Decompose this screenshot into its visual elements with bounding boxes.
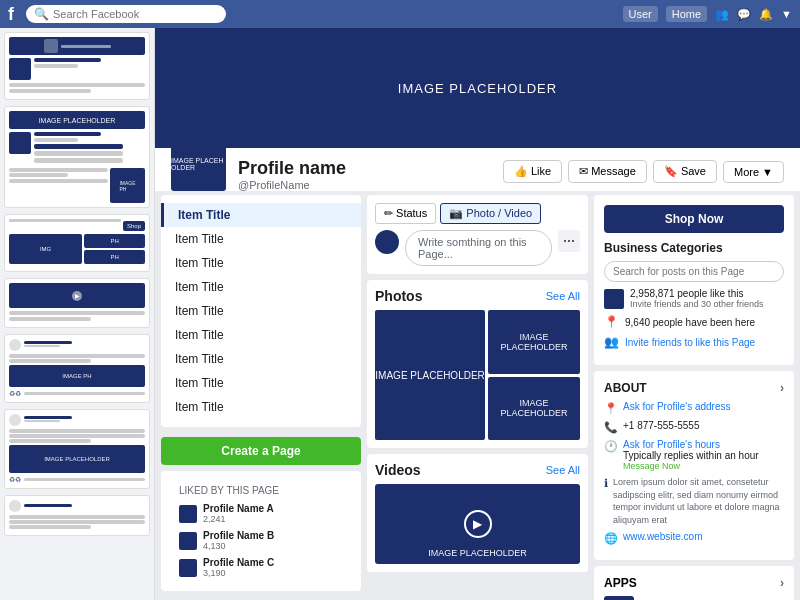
page-sidebar: Item Title Item Title Item Title Item Ti… [161, 195, 361, 600]
apps-card: APPS › IMAGE PLACEHOLDER Join our email … [594, 566, 794, 600]
about-url-row: 🌐 www.website.com [604, 531, 784, 545]
manage-page-info-1: Profile Name B 4,130 [203, 530, 343, 551]
manage-page-2[interactable]: Profile Name C 3,190 [171, 554, 351, 581]
main-content: IMAGE PLACEHOLDER IMAGE PLACEH OLDER Pro… [155, 28, 800, 600]
video-play-button[interactable]: ▶ [464, 510, 492, 538]
feed-area: ✏ Status 📷 Photo / Video Write somthing … [367, 195, 588, 600]
about-hours-info: Ask for Profile's hours Typically replie… [623, 439, 759, 471]
preview-card-5[interactable]: IMAGE PH ♻♻ [4, 334, 150, 403]
sidebar-item-2[interactable]: Item Title [161, 251, 361, 275]
stat-row-checkins: 📍 9,640 people have been here [604, 315, 784, 329]
stat-row-likes: 2,958,871 people like this Invite friend… [604, 288, 784, 309]
photo-tab[interactable]: 📷 Photo / Video [440, 203, 541, 224]
about-title: ABOUT › [604, 381, 784, 395]
about-description-row: ℹ Lorem ipsum dolor sit amet, consetetur… [604, 476, 784, 526]
apps-chevron-icon[interactable]: › [780, 576, 784, 590]
photos-see-all[interactable]: See All [546, 290, 580, 302]
nav-home-button[interactable]: Home [666, 6, 707, 22]
photo-left[interactable]: IMAGE PLACEHOLDER [375, 310, 485, 440]
app-row-0[interactable]: IMAGE PLACEHOLDER Join our email list [604, 596, 784, 600]
preview-card-6[interactable]: IMAGE PLACEHOLDER ♻♻ [4, 409, 150, 489]
save-button[interactable]: 🔖 Save [653, 160, 717, 183]
status-tab[interactable]: ✏ Status [375, 203, 436, 224]
nav-dropdown-icon[interactable]: ▼ [781, 8, 792, 20]
sidebar-item-1[interactable]: Item Title [161, 227, 361, 251]
manage-page-1[interactable]: Profile Name B 4,130 [171, 527, 351, 554]
like-button[interactable]: 👍 Like [503, 160, 562, 183]
photos-grid: IMAGE PLACEHOLDER IMAGE PLACEHOLDER IMAG… [375, 310, 580, 440]
videos-header: Videos See All [375, 462, 580, 478]
search-input[interactable] [53, 8, 213, 20]
post-box: ✏ Status 📷 Photo / Video Write somthing … [367, 195, 588, 274]
about-url-link[interactable]: www.website.com [623, 531, 702, 542]
prev1-profile [9, 58, 145, 80]
search-icon: 🔍 [34, 7, 49, 21]
about-hours-row: 🕐 Ask for Profile's hours Typically repl… [604, 439, 784, 471]
preview-card-1[interactable] [4, 32, 150, 100]
biz-search-input[interactable] [604, 261, 784, 282]
stat-likes-count: 2,958,871 people like this [630, 288, 764, 299]
sidebar-item-5[interactable]: Item Title [161, 323, 361, 347]
pages-you-manage: LIKED BY THIS PAGE Profile Name A 2,241 … [161, 471, 361, 591]
sidebar-item-0[interactable]: Item Title [161, 203, 361, 227]
preview-card-2[interactable]: IMAGE PLACEHOLDER IMAGEPH [4, 106, 150, 208]
sidebar-nav: Item Title Item Title Item Title Item Ti… [161, 195, 361, 427]
right-sidebar: Shop Now Business Categories 2,958,871 p… [594, 195, 794, 600]
nav-friends-icon[interactable]: 👥 [715, 8, 729, 21]
videos-section: Videos See All ▶ IMAGE PLACEHOLDER [367, 454, 588, 572]
more-button[interactable]: More ▼ [723, 161, 784, 183]
about-card: ABOUT › 📍 Ask for Profile's address 📞 +1… [594, 371, 794, 560]
profile-avatar: IMAGE PLACEH OLDER [171, 136, 226, 191]
checkin-icon: 📍 [604, 315, 619, 329]
biz-categories-title: Business Categories [604, 241, 784, 255]
stat-row-invite: 👥 Invite friends to like this Page [604, 335, 784, 349]
stat-invite-label[interactable]: Invite friends to like this Page [625, 337, 755, 348]
about-message-now-link[interactable]: Message Now [623, 461, 759, 471]
info-icon: ℹ [604, 477, 608, 490]
preview-card-4[interactable]: ▶ [4, 278, 150, 328]
sidebar-item-8[interactable]: Item Title [161, 395, 361, 419]
search-bar[interactable]: 🔍 [26, 5, 226, 23]
message-button[interactable]: ✉ Message [568, 160, 647, 183]
photo-right-bottom[interactable]: IMAGE PLACEHOLDER [488, 377, 580, 441]
photo-right: IMAGE PLACEHOLDER IMAGE PLACEHOLDER [488, 310, 580, 440]
nav-chat-icon[interactable]: 💬 [737, 8, 751, 21]
nav-user-button[interactable]: User [623, 6, 658, 22]
about-hours-link[interactable]: Ask for Profile's hours [623, 439, 759, 450]
sidebar-item-7[interactable]: Item Title [161, 371, 361, 395]
sidebar-item-6[interactable]: Item Title [161, 347, 361, 371]
facebook-logo: f [8, 4, 14, 25]
about-address-link[interactable]: Ask for Profile's address [623, 401, 731, 412]
profile-name: Profile name [238, 158, 491, 179]
sidebar-item-3[interactable]: Item Title [161, 275, 361, 299]
app-icon-0: IMAGE PLACEHOLDER [604, 596, 634, 600]
video-thumbnail[interactable]: ▶ IMAGE PLACEHOLDER [375, 484, 580, 564]
photo-right-top[interactable]: IMAGE PLACEHOLDER [488, 310, 580, 374]
preview-card-7[interactable] [4, 495, 150, 536]
profile-actions: 👍 Like ✉ Message 🔖 Save More ▼ [503, 160, 784, 191]
pages-label: LIKED BY THIS PAGE [171, 481, 351, 500]
post-options-button[interactable]: ⋯ [558, 230, 580, 252]
about-phone-row: 📞 +1 877-555-5555 [604, 420, 784, 434]
apps-title: APPS › [604, 576, 784, 590]
profile-handle: @ProfileName [238, 179, 491, 191]
about-reply-text: Typically replies within an hour [623, 450, 759, 461]
manage-page-info-2: Profile Name C 3,190 [203, 557, 343, 578]
post-text-input[interactable]: Write somthing on this Page... [405, 230, 552, 266]
photos-section: Photos See All IMAGE PLACEHOLDER IMAGE P… [367, 280, 588, 448]
nav-notifications-icon[interactable]: 🔔 [759, 8, 773, 21]
shop-now-button[interactable]: Shop Now [604, 205, 784, 233]
about-chevron-icon[interactable]: › [780, 381, 784, 395]
profile-info-bar: IMAGE PLACEH OLDER Profile name @Profile… [155, 148, 800, 191]
videos-see-all[interactable]: See All [546, 464, 580, 476]
manage-page-0[interactable]: Profile Name A 2,241 [171, 500, 351, 527]
sidebar-item-4[interactable]: Item Title [161, 299, 361, 323]
prev2-profile [9, 132, 145, 165]
about-phone-value[interactable]: +1 877-555-5555 [623, 420, 699, 431]
about-description: Lorem ipsum dolor sit amet, consetetur s… [613, 476, 784, 526]
options-icon: ⋯ [563, 234, 575, 248]
create-page-button[interactable]: Create a Page [161, 437, 361, 465]
middle-section: Item Title Item Title Item Title Item Ti… [155, 195, 800, 600]
cover-image: IMAGE PLACEHOLDER [155, 28, 800, 148]
preview-card-3[interactable]: Shop IMG PH PH [4, 214, 150, 272]
